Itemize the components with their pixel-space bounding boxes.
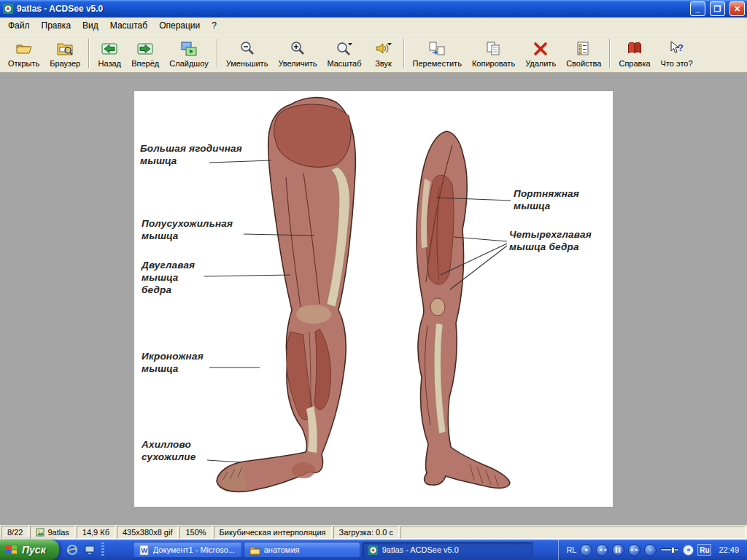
move-icon xyxy=(428,40,446,58)
zoom-in-icon xyxy=(289,40,306,58)
label-biceps-femoris: Двуглавая мышца бедра xyxy=(142,259,195,296)
back-button[interactable]: Назад xyxy=(93,37,126,70)
task-acdsee-active[interactable]: 9atlas - ACDSee v5.0 xyxy=(362,542,533,558)
minimize-button[interactable]: _ xyxy=(690,1,705,16)
slideshow-button[interactable]: Слайдшоу xyxy=(164,37,213,70)
show-desktop-icon[interactable] xyxy=(84,544,96,556)
svg-text:W: W xyxy=(141,547,147,554)
label-quadriceps: Четырехглавая мышца бедра xyxy=(509,228,592,253)
menu-file[interactable]: Файл xyxy=(2,18,36,33)
back-label: Назад xyxy=(98,59,121,68)
properties-icon xyxy=(575,40,592,58)
properties-button[interactable]: Свойства xyxy=(561,37,606,70)
task-anatomy-folder[interactable]: анатомия xyxy=(244,542,360,558)
zoom-scale-button[interactable]: Масштаб xyxy=(322,37,366,70)
open-button[interactable]: Открыть xyxy=(3,37,44,70)
menu-help[interactable]: ? xyxy=(206,18,222,33)
browser-button[interactable]: Браузер xyxy=(44,37,85,70)
slideshow-icon xyxy=(180,40,198,58)
windows-flag-icon xyxy=(5,544,18,556)
status-empty xyxy=(400,526,746,539)
status-zoom-level-text: 150% xyxy=(185,528,206,537)
statusbar: 8/22 9atlas 14,9 Кб 435x380x8 gif 150% Б… xyxy=(0,525,747,540)
open-label: Открыть xyxy=(8,59,39,68)
image-file-icon xyxy=(36,528,44,537)
language-indicator[interactable]: Ru xyxy=(697,544,711,556)
folder-icon xyxy=(249,545,260,556)
quick-launch-handle[interactable] xyxy=(101,542,104,557)
sound-icon xyxy=(375,40,392,58)
forward-button[interactable]: Вперёд xyxy=(126,37,164,70)
menubar: Файл Правка Вид Масштаб Операции ? xyxy=(0,18,747,34)
toolbar-separator xyxy=(217,39,218,68)
zoom-in-label: Увеличить xyxy=(278,59,317,68)
status-page-counter-text: 8/22 xyxy=(7,528,23,537)
status-load-time-text: Загрузка: 0.0 с xyxy=(339,528,393,537)
volume-slider[interactable] xyxy=(660,548,679,551)
anatomy-image: Большая ягодичная мышца Полусухожильная … xyxy=(134,91,613,507)
menu-operations[interactable]: Операции xyxy=(153,18,206,33)
volume-slider-knob[interactable] xyxy=(671,547,675,553)
clock: 22:49 xyxy=(715,545,743,554)
whats-this-button[interactable]: ? Что это? xyxy=(656,37,698,70)
open-icon xyxy=(15,40,33,58)
label-achilles-tendon: Ахиллово сухожилие xyxy=(142,438,196,463)
tray-chevron-button[interactable]: « xyxy=(683,545,694,556)
toolbar-separator xyxy=(609,39,611,68)
help-button[interactable]: Справка xyxy=(614,37,655,70)
delete-icon xyxy=(532,40,549,58)
ie-icon[interactable] xyxy=(66,544,78,556)
zoom-out-button[interactable]: Уменьшить xyxy=(221,37,274,70)
start-label: Пуск xyxy=(22,544,46,556)
close-button[interactable]: ✕ xyxy=(729,1,745,16)
menu-zoom[interactable]: Масштаб xyxy=(104,18,153,33)
status-interpolation-text: Бикубическая интерполяция xyxy=(220,528,326,537)
media-next-button[interactable]: ►► xyxy=(628,544,640,556)
status-load-time: Загрузка: 0.0 с xyxy=(333,526,399,539)
zoom-in-button[interactable]: Увеличить xyxy=(273,37,322,70)
delete-label: Удалить xyxy=(525,59,556,68)
help-icon xyxy=(626,40,643,58)
status-dimensions: 435x380x8 gif xyxy=(117,526,179,539)
task-acdsee-label: 9atlas - ACDSee v5.0 xyxy=(382,545,459,554)
help-label: Справка xyxy=(619,59,650,68)
sound-label: Звук xyxy=(375,59,392,68)
sound-button[interactable]: Звук xyxy=(367,37,400,70)
move-button[interactable]: Переместить xyxy=(408,37,467,70)
task-word-document[interactable]: W Документ1 - Microso... xyxy=(133,542,242,558)
label-sartorius: Портняжная мышца xyxy=(514,187,579,212)
copy-label: Копировать xyxy=(472,59,515,68)
media-volume-button[interactable]: ♪ xyxy=(644,544,657,556)
label-semitendinosus: Полусухожильная мышца xyxy=(142,217,233,242)
image-viewer[interactable]: Большая ягодичная мышца Полусухожильная … xyxy=(0,73,747,525)
status-filename: 9atlas xyxy=(30,526,74,539)
acdsee-window: 9atlas - ACDSee v5.0 _ ❐ ✕ Файл Правка В… xyxy=(0,0,747,560)
whats-this-icon: ? xyxy=(668,40,686,58)
task-anatomy-label: анатомия xyxy=(264,545,300,554)
word-icon: W xyxy=(139,545,150,556)
svg-text:?: ? xyxy=(678,42,684,53)
media-pause-button[interactable]: ▌▌ xyxy=(612,544,624,556)
titlebar: 9atlas - ACDSee v5.0 _ ❐ ✕ xyxy=(0,0,747,18)
menu-view[interactable]: Вид xyxy=(77,18,104,33)
media-stop-button[interactable]: ■ xyxy=(580,544,592,556)
system-tray: RL ■ ◄◄ ▌▌ ►► ♪ « Ru 22:49 xyxy=(558,540,747,560)
quick-launch xyxy=(59,542,132,557)
copy-button[interactable]: Копировать xyxy=(467,37,520,70)
status-page-counter: 8/22 xyxy=(1,526,28,539)
zoom-scale-icon xyxy=(336,40,353,58)
menu-edit[interactable]: Правка xyxy=(36,18,77,33)
taskbar: Пуск W Документ1 - Microso... xyxy=(0,540,747,560)
move-label: Переместить xyxy=(413,59,462,68)
copy-icon xyxy=(485,40,503,58)
start-button[interactable]: Пуск xyxy=(0,540,59,560)
delete-button[interactable]: Удалить xyxy=(520,37,561,70)
status-dimensions-text: 435x380x8 gif xyxy=(123,528,173,537)
back-icon xyxy=(101,40,118,58)
maximize-button[interactable]: ❐ xyxy=(710,1,725,16)
forward-label: Вперёд xyxy=(131,59,159,68)
status-interpolation: Бикубическая интерполяция xyxy=(214,526,332,539)
toolbar: Открыть Браузер Назад Вперёд xyxy=(0,34,747,73)
label-gluteus-maximus: Большая ягодичная мышца xyxy=(140,142,242,167)
media-previous-button[interactable]: ◄◄ xyxy=(596,544,608,556)
